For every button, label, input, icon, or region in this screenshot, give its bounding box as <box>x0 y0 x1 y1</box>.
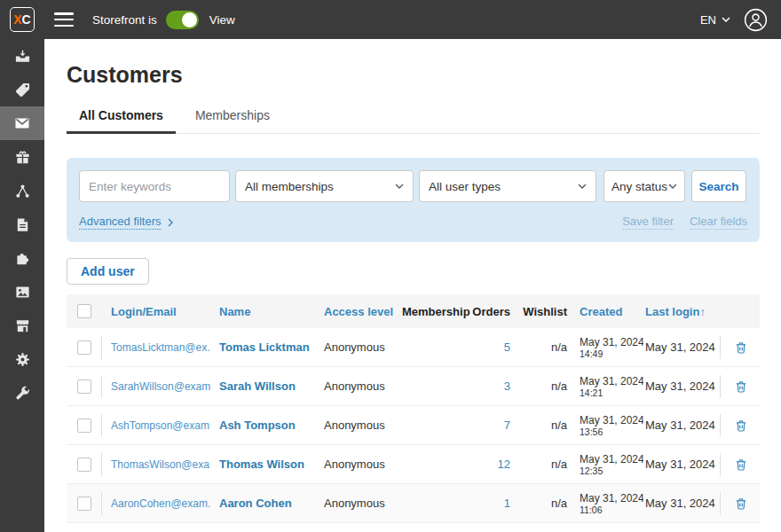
status-select-value: Any status <box>611 180 667 193</box>
tab-bar: All Customers Memberships <box>67 108 760 134</box>
orders-count-link[interactable]: 5 <box>504 340 510 354</box>
customer-email-link[interactable]: TomasLicktman@ex... <box>111 341 210 354</box>
apps-puzzle-icon <box>14 250 31 267</box>
chevron-down-icon <box>578 184 587 189</box>
trash-icon <box>734 458 748 472</box>
sidebar-item-promotions[interactable] <box>0 140 44 174</box>
hamburger-menu-icon[interactable] <box>54 12 74 27</box>
logo-letter-c: C <box>22 12 31 27</box>
orders-inbox-icon <box>14 48 31 65</box>
catalog-tag-icon <box>14 82 31 98</box>
orders-count-link[interactable]: 1 <box>504 497 510 510</box>
delete-user-button[interactable] <box>732 417 750 434</box>
account-avatar-icon[interactable] <box>744 8 768 32</box>
row-checkbox[interactable] <box>77 379 91 394</box>
table-row: TomasLicktman@ex... Tomas Licktman Anony… <box>67 328 760 367</box>
customer-name-link[interactable]: Tomas Licktman <box>219 340 310 354</box>
delete-user-button[interactable] <box>732 495 750 512</box>
filter-panel: All memberships All user types Any statu… <box>67 158 760 242</box>
user-types-select[interactable]: All user types <box>419 170 596 202</box>
last-login-value: May 31, 2024 <box>643 497 720 510</box>
last-login-value: May 31, 2024 <box>643 379 720 393</box>
sidebar-item-storefront[interactable] <box>0 309 44 342</box>
customer-email-link[interactable]: AaronCohen@exam... <box>111 497 210 510</box>
created-value: May 31, 202414:21 <box>572 375 643 398</box>
customer-email-link[interactable]: ThomasWilson@exa... <box>111 458 210 471</box>
sidebar-item-sales-channels[interactable] <box>0 174 44 207</box>
column-header-login-email[interactable]: Login/Email <box>102 305 210 318</box>
orders-count-link[interactable]: 7 <box>504 419 510 432</box>
created-value: May 31, 202414:49 <box>572 336 643 359</box>
status-select[interactable]: Any status <box>604 170 685 202</box>
search-button[interactable]: Search <box>691 170 746 202</box>
advanced-filters-link[interactable]: Advanced filters <box>79 215 173 230</box>
wishlist-value: n/a <box>516 340 572 354</box>
view-storefront-link[interactable]: View <box>209 13 235 27</box>
row-checkbox[interactable] <box>77 458 91 472</box>
sidebar-item-tools[interactable] <box>0 376 44 410</box>
chevron-down-icon <box>395 184 404 189</box>
language-label: EN <box>700 13 716 27</box>
delete-user-button[interactable] <box>732 456 750 473</box>
customer-name-link[interactable]: Aaron Cohen <box>219 497 292 510</box>
row-checkbox[interactable] <box>77 497 91 511</box>
column-header-wishlist: Wishlist <box>516 305 572 318</box>
sales-channels-icon <box>14 183 31 200</box>
sidebar-item-settings[interactable] <box>0 342 44 376</box>
wishlist-value: n/a <box>516 379 572 393</box>
sidebar-item-customers[interactable] <box>0 106 44 140</box>
delete-user-button[interactable] <box>732 378 750 395</box>
wishlist-value: n/a <box>516 458 572 471</box>
orders-count-link[interactable]: 12 <box>498 458 510 471</box>
storefront-toggle[interactable] <box>166 11 199 29</box>
customers-mail-icon <box>13 114 31 132</box>
sort-ascending-icon: ↑ <box>699 305 706 318</box>
sidebar-item-design[interactable] <box>0 275 44 309</box>
chevron-right-icon <box>168 218 173 227</box>
memberships-select[interactable]: All memberships <box>235 170 414 202</box>
column-header-membership: Membership <box>393 305 469 318</box>
xc-logo[interactable]: XC <box>10 7 35 32</box>
chevron-down-icon <box>722 17 730 22</box>
sidebar-item-orders[interactable] <box>0 39 44 73</box>
table-row: SarahWillson@exam... Sarah Willson Anony… <box>67 367 760 406</box>
memberships-select-value: All memberships <box>245 180 334 193</box>
clear-fields-link[interactable]: Clear fields <box>690 215 747 230</box>
created-value: May 31, 202413:56 <box>572 414 643 437</box>
sidebar-item-catalog[interactable] <box>0 73 44 106</box>
keywords-input[interactable] <box>79 170 230 202</box>
created-value: May 31, 202412:35 <box>572 453 643 476</box>
top-bar: XC Storefront is View EN <box>0 0 781 39</box>
delete-user-button[interactable] <box>732 339 750 356</box>
tab-all-customers[interactable]: All Customers <box>67 108 176 133</box>
column-header-access-level[interactable]: Access level <box>315 305 393 318</box>
customer-name-link[interactable]: Thomas Wilson <box>219 458 304 471</box>
row-checkbox[interactable] <box>77 340 91 355</box>
promotions-gift-icon <box>14 149 31 166</box>
wishlist-value: n/a <box>516 419 572 432</box>
column-header-last-login[interactable]: Last login↑ <box>643 305 720 318</box>
orders-count-link[interactable]: 3 <box>504 379 510 393</box>
tab-memberships[interactable]: Memberships <box>183 108 282 133</box>
customer-email-link[interactable]: AshTompson@exam... <box>111 419 210 432</box>
customers-table: Login/Email Name Access level Membership… <box>67 294 760 523</box>
user-types-select-value: All user types <box>429 180 501 193</box>
column-header-name[interactable]: Name <box>210 305 315 318</box>
add-user-button[interactable]: Add user <box>67 258 149 285</box>
save-filter-link[interactable]: Save filter <box>622 215 674 230</box>
storefront-icon <box>14 317 31 334</box>
language-selector[interactable]: EN <box>700 13 730 27</box>
last-login-value: May 31, 2024 <box>643 340 720 354</box>
sidebar-item-content[interactable] <box>0 207 44 241</box>
customer-name-link[interactable]: Sarah Willson <box>219 379 296 393</box>
customer-name-link[interactable]: Ash Tompson <box>219 419 296 432</box>
customer-email-link[interactable]: SarahWillson@exam... <box>111 380 210 393</box>
trash-icon <box>734 379 748 394</box>
access-level-value: Anonymous <box>315 458 393 471</box>
sidebar-item-apps[interactable] <box>0 241 44 275</box>
last-login-value: May 31, 2024 <box>643 419 720 432</box>
select-all-checkbox[interactable] <box>77 304 91 318</box>
column-header-orders: Orders <box>469 305 516 318</box>
row-checkbox[interactable] <box>77 419 91 433</box>
column-header-created[interactable]: Created <box>572 305 643 318</box>
